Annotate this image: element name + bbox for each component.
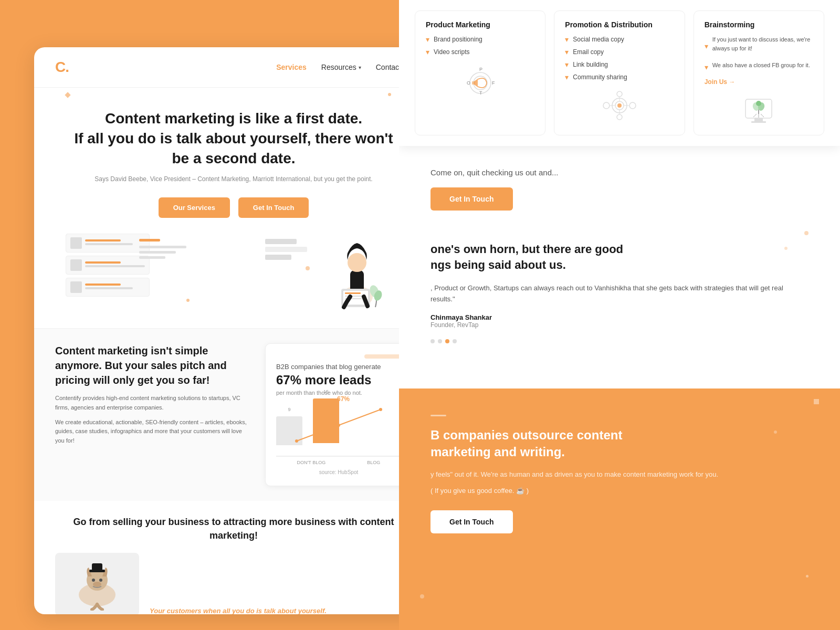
get-in-touch-button[interactable]: Get In Touch: [238, 197, 309, 218]
hero-section: Content marketing is like a first date. …: [34, 88, 433, 328]
chart-title: B2B companies that blog generate: [276, 363, 401, 371]
brainstorming-icon: [705, 94, 813, 125]
content-desc-1: Contentify provides high-end content mar…: [55, 394, 249, 412]
svg-rect-19: [92, 563, 102, 571]
hero-title: Content marketing is like a first date. …: [55, 109, 412, 168]
service-text: Brand positioning: [434, 36, 482, 43]
service-text: Video scripts: [434, 48, 469, 56]
bottom-title: Go from selling your business to attract…: [55, 516, 412, 542]
nav-resources[interactable]: Resources ▾: [321, 63, 361, 71]
mock-card-2: [66, 256, 150, 275]
deco-right-blocks: [265, 239, 307, 260]
svg-point-37: [617, 103, 622, 108]
percentage-label: 67%: [337, 395, 350, 403]
deco-line: [430, 415, 446, 416]
right-get-in-touch-button[interactable]: Get In Touch: [430, 187, 513, 211]
bullet-icon: ▾: [426, 35, 429, 44]
bottom-illustration: Your customers when all you do is talk a…: [55, 553, 412, 614]
dot-indicator: [430, 339, 435, 343]
bottom-section: Go from selling your business to attract…: [34, 501, 433, 614]
chevron-down-icon: ▾: [359, 65, 361, 70]
page-wrapper: C. Services Resources ▾ Contact Us Conte…: [0, 0, 840, 630]
bullet-icon: ▾: [565, 60, 569, 69]
bar-labels: DON'T BLOG BLOG: [276, 460, 401, 465]
dot-indicator: [453, 339, 457, 343]
svg-text:P: P: [479, 67, 482, 72]
brainstorm-desc-2: We also have a closed FB group for it.: [712, 61, 810, 70]
orange-coffee: ( If you give us good coffee. ☕️ ): [430, 487, 808, 495]
testimonial-quote: , Product or Growth, Startups can always…: [430, 283, 808, 305]
svg-point-15: [92, 579, 95, 582]
community-sharing-text: Community sharing: [573, 74, 627, 81]
logo: C.: [55, 59, 69, 76]
content-section: Content marketing isn't simple anymore. …: [34, 328, 433, 501]
brainstorm-item-1: ▾ If you just want to discuss ideas, we'…: [705, 35, 813, 57]
svg-point-2: [348, 253, 366, 272]
bar-chart: 9 15 67%: [276, 404, 401, 457]
dog-illustration: [55, 553, 139, 614]
testimonials-title: one's own horn, but there are good ngs b…: [430, 242, 808, 272]
service-item: ▾ Brand positioning: [426, 35, 534, 44]
svg-point-10: [295, 439, 298, 443]
services-dropdown: Product Marketing ▾ Brand positioning ▾ …: [399, 0, 840, 146]
bullet-icon: ▾: [565, 73, 569, 81]
left-panel: C. Services Resources ▾ Contact Us Conte…: [34, 47, 433, 614]
content-left: Content marketing isn't simple anymore. …: [55, 343, 249, 486]
service-item: ▾ Link building: [565, 60, 674, 69]
hero-buttons: Our Services Get In Touch: [55, 197, 412, 218]
svg-text:T: T: [479, 90, 482, 96]
nav-services[interactable]: Services: [276, 63, 307, 71]
svg-point-11: [337, 424, 340, 427]
testimonial-role: Founder, RevTap: [430, 321, 808, 329]
deco-diamond: [65, 92, 70, 98]
svg-point-43: [756, 101, 761, 106]
bullet-icon: ▾: [565, 35, 569, 44]
dot-indicator: [438, 339, 442, 343]
service-text: Social media copy: [573, 36, 624, 43]
chart-card: B2B companies that blog generate 67% mor…: [265, 343, 412, 486]
product-marketing-title: Product Marketing: [426, 20, 534, 29]
deco-dot: [814, 399, 819, 404]
svg-point-32: [617, 114, 622, 120]
mockup-middle: [139, 239, 192, 261]
orange-get-in-touch-button[interactable]: Get In Touch: [430, 510, 513, 533]
brainstorming-card: Brainstorming ▾ If you just want to disc…: [694, 10, 824, 135]
chart-deco: [364, 354, 401, 359]
hero-subtitle: Says David Beebe, Vice President – Conte…: [55, 175, 412, 183]
svg-point-30: [629, 102, 636, 109]
chart-source: source: HubSpot: [276, 469, 401, 475]
mock-lines: [85, 284, 145, 291]
svg-rect-26: [472, 81, 475, 85]
svg-rect-39: [754, 118, 763, 121]
brainstorming-title: Brainstorming: [705, 20, 813, 29]
deco-dot: [774, 430, 777, 434]
product-marketing-card: Product Marketing ▾ Brand positioning ▾ …: [415, 10, 545, 135]
nav-links: Services Resources ▾ Contact Us: [276, 63, 412, 71]
dots-row: [430, 339, 808, 343]
bullet-icon: ▾: [565, 48, 569, 56]
brainstorm-item-2: ▾ We also have a closed FB group for it.: [705, 61, 813, 74]
mock-card-3: [66, 278, 150, 297]
our-services-button[interactable]: Our Services: [159, 197, 230, 218]
girl-illustration: [323, 234, 386, 312]
dot-indicator-active: [445, 339, 449, 343]
mock-thumb: [70, 281, 82, 293]
chart-highlight: 67% more leads: [276, 373, 401, 387]
promotion-card: Promotion & Distribution ▾ Social media …: [554, 10, 685, 135]
svg-text:F: F: [492, 80, 495, 86]
service-text: Email copy: [573, 48, 604, 56]
callout-text: Your customers when all you do is talk a…: [150, 606, 412, 614]
join-us-link[interactable]: Join Us →: [705, 78, 813, 86]
navbar: C. Services Resources ▾ Contact Us: [34, 47, 433, 88]
bullet-icon: ▾: [426, 48, 429, 56]
service-item: ▾ Email copy: [565, 48, 674, 56]
svg-point-16: [99, 579, 102, 582]
cta-text: Come on, quit checking us out and...: [430, 168, 808, 177]
content-title: Content marketing isn't simple anymore. …: [55, 343, 249, 387]
mock-card-1: [66, 234, 150, 253]
svg-point-29: [603, 102, 610, 109]
orange-bottom-section: B companies outsource content marketing …: [399, 388, 840, 630]
promotion-icon: [565, 90, 674, 121]
svg-text:O: O: [467, 80, 470, 86]
testimonial-author: Chinmaya Shankar: [430, 313, 808, 321]
